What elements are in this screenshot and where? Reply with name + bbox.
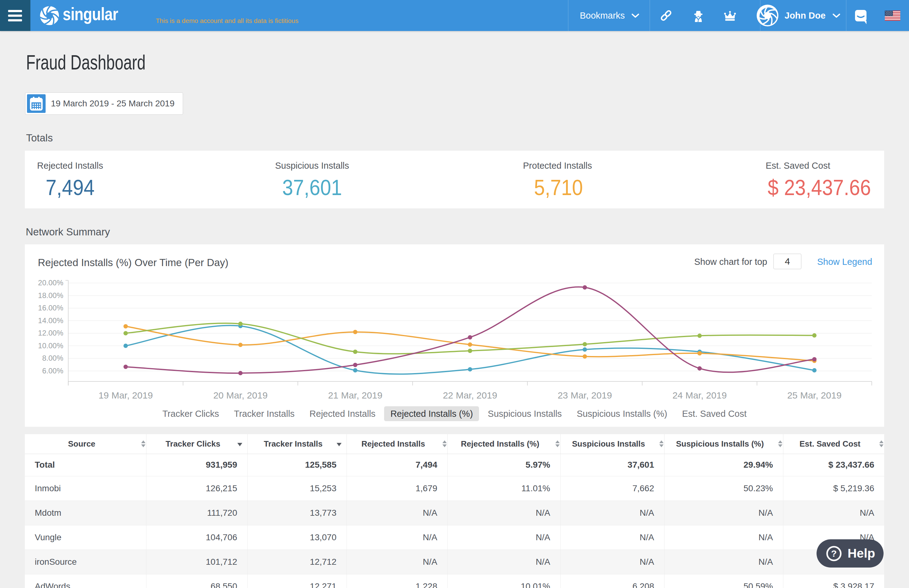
svg-text:21 Mar, 2019: 21 Mar, 2019: [328, 390, 382, 401]
svg-text:20.00%: 20.00%: [38, 278, 63, 287]
svg-text:25 Mar, 2019: 25 Mar, 2019: [787, 390, 841, 401]
svg-text:6.00%: 6.00%: [42, 367, 63, 375]
svg-text:?: ?: [831, 548, 837, 559]
svg-text:12.00%: 12.00%: [38, 329, 63, 337]
svg-text:24 Mar, 2019: 24 Mar, 2019: [672, 390, 726, 401]
svg-text:16.00%: 16.00%: [38, 304, 63, 312]
svg-text:19 Mar, 2019: 19 Mar, 2019: [98, 390, 153, 401]
svg-text:20 Mar, 2019: 20 Mar, 2019: [213, 390, 267, 401]
svg-text:14.00%: 14.00%: [38, 316, 63, 325]
svg-text:18.00%: 18.00%: [38, 291, 63, 300]
svg-text:10.00%: 10.00%: [38, 341, 63, 350]
svg-text:22 Mar, 2019: 22 Mar, 2019: [443, 390, 497, 401]
svg-text:23 Mar, 2019: 23 Mar, 2019: [558, 390, 612, 401]
svg-text:8.00%: 8.00%: [42, 354, 63, 362]
